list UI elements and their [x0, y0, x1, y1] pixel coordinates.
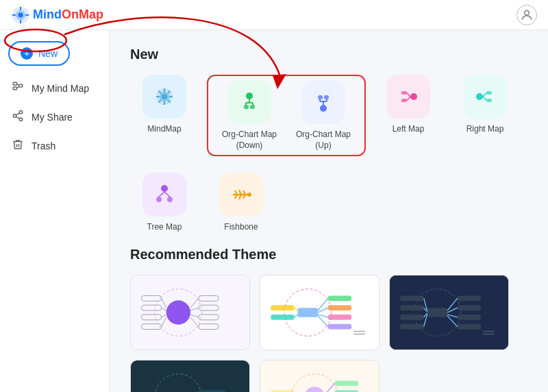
left-map-icon-wrap: [386, 75, 430, 119]
new-section-title: New: [130, 47, 527, 62]
svg-rect-107: [458, 323, 481, 329]
map-item-tree-map[interactable]: Tree Map: [130, 173, 199, 233]
svg-rect-11: [13, 87, 16, 90]
svg-rect-103: [427, 308, 447, 317]
sidebar-item-trash[interactable]: Trash: [0, 132, 109, 160]
theme-card-2[interactable]: [260, 275, 379, 350]
svg-point-122: [155, 373, 202, 392]
theme-card-3[interactable]: [389, 275, 509, 350]
svg-point-45: [410, 93, 417, 100]
svg-rect-12: [19, 84, 23, 87]
svg-line-48: [407, 93, 410, 97]
theme-card-5[interactable]: [260, 360, 379, 392]
map-item-mindmap[interactable]: MindMap: [130, 75, 199, 156]
svg-point-17: [19, 118, 23, 121]
svg-line-110: [447, 315, 458, 317]
svg-rect-89: [328, 305, 351, 310]
svg-rect-39: [318, 95, 323, 99]
svg-line-59: [164, 192, 170, 197]
sidebar-item-my-share[interactable]: My Share: [0, 103, 109, 132]
svg-rect-47: [401, 99, 407, 102]
fishbone-label: Fishbone: [224, 222, 258, 233]
my-mind-map-icon: [11, 81, 25, 96]
svg-line-99: [295, 315, 298, 317]
svg-point-38: [320, 105, 327, 112]
svg-rect-80: [141, 323, 161, 329]
svg-line-58: [159, 192, 164, 197]
svg-rect-32: [244, 105, 249, 109]
svg-rect-33: [250, 105, 255, 109]
theme-card-1[interactable]: [130, 275, 250, 350]
svg-line-54: [483, 97, 486, 101]
org-chart-up-label: Org-Chart Map (Up): [289, 130, 358, 151]
new-button-label: New: [38, 48, 58, 59]
svg-rect-52: [486, 99, 492, 102]
svg-point-15: [19, 111, 23, 114]
map-item-right-map[interactable]: Right Map: [451, 75, 519, 156]
plus-icon: +: [21, 47, 33, 60]
sidebar-item-my-mind-map[interactable]: My Mind Map: [0, 74, 109, 103]
logo-text: MindOnMap: [33, 8, 103, 22]
svg-point-56: [156, 197, 162, 202]
my-mind-map-label: My Mind Map: [32, 83, 89, 94]
mindmap-label: MindMap: [147, 124, 181, 135]
svg-point-67: [247, 193, 251, 197]
mindmap-icon-wrap: [142, 75, 186, 119]
svg-rect-135: [335, 380, 358, 386]
svg-point-22: [162, 94, 167, 99]
theme-card-4[interactable]: [130, 360, 250, 392]
new-button[interactable]: + New: [8, 41, 70, 66]
map-item-fishbone[interactable]: Fishbone: [207, 173, 275, 233]
svg-point-4: [18, 12, 23, 17]
tree-map-label: Tree Map: [147, 222, 182, 233]
svg-rect-114: [400, 315, 423, 320]
map-grid: MindMap: [130, 75, 527, 156]
svg-rect-87: [298, 308, 318, 317]
svg-line-95: [318, 316, 328, 327]
svg-point-9: [525, 10, 530, 15]
svg-rect-96: [271, 305, 294, 310]
svg-line-19: [16, 113, 19, 115]
org-chart-up-icon-wrap: [301, 80, 345, 124]
map-item-left-map[interactable]: Left Map: [374, 75, 443, 156]
svg-point-133: [303, 387, 325, 392]
fishbone-icon-wrap: [219, 173, 263, 217]
org-chart-down-icon-wrap: [227, 80, 271, 124]
svg-line-98: [295, 308, 298, 310]
svg-rect-79: [141, 315, 161, 320]
org-chart-down-label: Org-Chart Map(Down): [222, 130, 277, 151]
svg-line-73: [190, 298, 199, 308]
left-map-label: Left Map: [393, 124, 425, 135]
svg-rect-105: [458, 305, 481, 310]
main-content: New: [110, 30, 548, 392]
svg-rect-72: [199, 323, 219, 329]
trash-label: Trash: [32, 140, 55, 151]
svg-rect-69: [199, 295, 219, 301]
svg-rect-112: [400, 295, 423, 301]
map-grid-row2: Tree Map Fishbone: [130, 173, 527, 233]
svg-point-16: [13, 114, 16, 118]
svg-line-84: [162, 317, 166, 327]
svg-point-68: [166, 300, 190, 324]
user-avatar[interactable]: [516, 5, 537, 25]
svg-line-49: [407, 97, 410, 101]
svg-rect-40: [324, 95, 329, 99]
svg-line-74: [190, 308, 199, 310]
svg-rect-104: [458, 295, 481, 301]
svg-line-111: [447, 316, 458, 327]
svg-line-75: [190, 315, 199, 317]
svg-line-18: [16, 117, 19, 119]
map-item-org-chart-down[interactable]: Org-Chart Map(Down): [215, 80, 284, 151]
share-icon: [11, 110, 25, 125]
svg-rect-10: [13, 82, 16, 85]
svg-line-82: [162, 308, 166, 310]
svg-rect-106: [458, 315, 481, 320]
highlighted-group: Org-Chart Map(Down): [207, 75, 366, 156]
right-map-label: Right Map: [466, 124, 504, 135]
svg-rect-115: [400, 323, 423, 329]
svg-rect-90: [328, 315, 351, 320]
tree-map-icon-wrap: [142, 173, 186, 217]
svg-line-76: [190, 317, 199, 327]
svg-line-94: [318, 315, 328, 317]
map-item-org-chart-up[interactable]: Org-Chart Map (Up): [289, 80, 358, 151]
